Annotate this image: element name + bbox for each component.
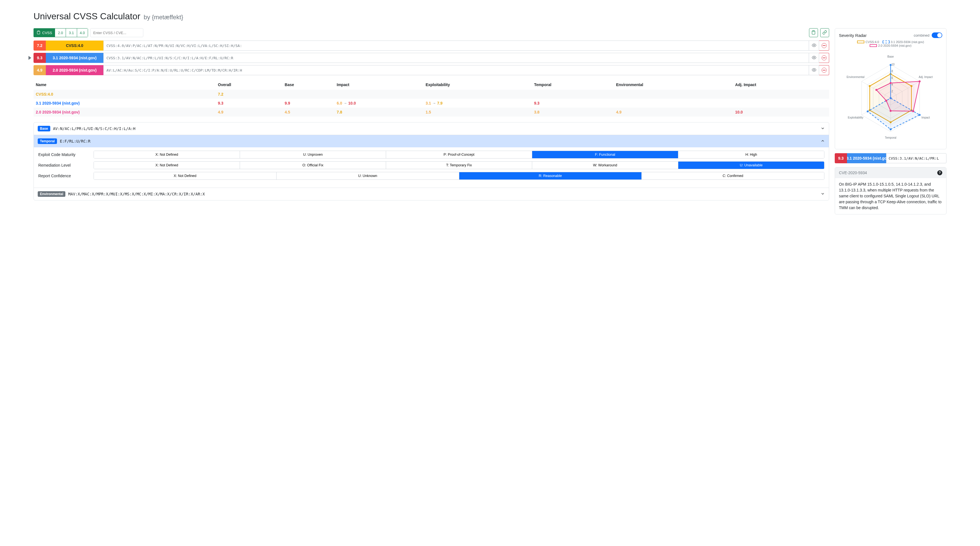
cvss-search-input[interactable] bbox=[90, 28, 143, 37]
metric-option[interactable]: R: Reasonable bbox=[459, 172, 642, 179]
vector-name[interactable]: 2.0 2020-5934 (nist.gov) bbox=[46, 65, 103, 75]
svg-point-4 bbox=[813, 57, 815, 58]
vector-score[interactable]: 7.2 bbox=[33, 40, 46, 51]
metric-options: X: Not DefinedU: UnknownR: ReasonableC: … bbox=[94, 172, 824, 180]
chevron-up-icon bbox=[821, 139, 825, 144]
metric-option[interactable]: P: Proof-of-Concept bbox=[386, 151, 532, 158]
legend-swatch bbox=[870, 44, 877, 47]
cvss-dropdown-button[interactable]: CVSS bbox=[33, 28, 55, 37]
legend-swatch bbox=[857, 40, 864, 43]
visibility-button[interactable] bbox=[809, 40, 819, 51]
metric-option[interactable]: W: Workaround bbox=[532, 161, 678, 169]
svg-point-34 bbox=[890, 128, 892, 130]
svg-point-35 bbox=[867, 110, 869, 112]
paste-button[interactable] bbox=[809, 28, 818, 37]
table-cell: 7.8 bbox=[334, 108, 423, 117]
remove-vector-button[interactable] bbox=[819, 40, 829, 51]
vector-name[interactable]: 3.1 2020-5934 (nist.gov) bbox=[46, 53, 103, 63]
selected-indicator-icon bbox=[29, 56, 31, 60]
svg-text:Temporal: Temporal bbox=[885, 136, 896, 139]
svg-point-2 bbox=[813, 45, 815, 46]
visibility-button[interactable] bbox=[809, 53, 819, 63]
vector-string-input[interactable] bbox=[103, 40, 809, 51]
page-title: Universal CVSS Calculator bbox=[33, 11, 140, 22]
metric-option[interactable]: U: Unknown bbox=[276, 172, 459, 179]
table-header: Temporal bbox=[532, 80, 614, 90]
metric-option[interactable]: C: Confirmed bbox=[641, 172, 824, 179]
svg-text:Adj. Impact: Adj. Impact bbox=[919, 75, 933, 78]
svg-point-42 bbox=[875, 89, 878, 91]
metric-option[interactable]: X: Not Defined bbox=[94, 172, 276, 179]
svg-text:10: 10 bbox=[891, 63, 895, 66]
cvss-version-group: CVSS 2.0 3.1 4.0 bbox=[33, 28, 88, 37]
metric-option[interactable]: U: Unproven bbox=[240, 151, 386, 158]
minus-icon bbox=[822, 43, 827, 48]
svg-rect-0 bbox=[38, 31, 40, 31]
badge-temporal: Temporal bbox=[38, 138, 57, 144]
vector-row: 4.92.0 2020-5934 (nist.gov) bbox=[33, 65, 829, 75]
section-header-temporal[interactable]: Temporal E:F/RL:U/RC:R bbox=[34, 135, 829, 147]
visibility-button[interactable] bbox=[809, 65, 819, 75]
section-header-base[interactable]: Base AV:N/AC:L/PR:L/UI:N/S:C/C:H/I:L/A:H bbox=[34, 123, 829, 135]
vector-string-input[interactable] bbox=[103, 53, 809, 63]
table-header: Overall bbox=[216, 80, 282, 90]
cvss-version-3_1[interactable]: 3.1 bbox=[66, 28, 77, 37]
metric-option[interactable]: F: Functional bbox=[532, 151, 678, 158]
radar-card: Severity Radar combined CVSS:4.03.1 2020… bbox=[835, 28, 947, 149]
table-cell-name: CVSS:4.0 bbox=[33, 90, 216, 99]
table-cell: 4.5 bbox=[282, 108, 334, 117]
metric-option[interactable]: X: Not Defined bbox=[94, 161, 240, 169]
legend-item: 3.1 2020-5934 (nist.gov) bbox=[883, 40, 924, 44]
metric-option[interactable]: O: Official Fix bbox=[240, 161, 386, 169]
vector-score[interactable]: 4.9 bbox=[33, 65, 46, 75]
cvss-version-4_0[interactable]: 4.0 bbox=[77, 28, 88, 37]
radar-combined-toggle[interactable] bbox=[932, 32, 942, 38]
svg-text:Base: Base bbox=[888, 55, 894, 58]
cvss-version-2_0[interactable]: 2.0 bbox=[55, 28, 66, 37]
vector-name[interactable]: CVSS:4.0 bbox=[46, 40, 103, 51]
table-cell: 9.3 bbox=[216, 99, 282, 108]
vector-row: 7.2CVSS:4.0 bbox=[33, 40, 829, 51]
metric-option[interactable]: T: Temporary Fix bbox=[386, 161, 532, 169]
table-cell bbox=[423, 90, 531, 99]
table-cell bbox=[614, 90, 733, 99]
metric-option[interactable]: X: Not Defined bbox=[94, 151, 240, 158]
legend-label: CVSS:4.0 bbox=[865, 40, 879, 44]
section-header-environmental[interactable]: Environmental MAV:X/MAC:X/MPR:X/MUI:X/MS… bbox=[34, 188, 829, 200]
svg-rect-1 bbox=[813, 30, 814, 31]
table-cell bbox=[334, 90, 423, 99]
permalink-button[interactable] bbox=[820, 28, 829, 37]
metric-row: Report ConfidenceX: Not DefinedU: Unknow… bbox=[38, 172, 824, 180]
clipboard-icon bbox=[37, 30, 40, 35]
selected-vector-input[interactable] bbox=[886, 153, 947, 163]
environmental-vector-text: MAV:X/MAC:X/MPR:X/MUI:X/MS:X/MC:X/MI:X/M… bbox=[68, 192, 205, 196]
table-cell bbox=[733, 90, 829, 99]
table-cell: 9.3 bbox=[532, 99, 614, 108]
metric-label: Exploit Code Maturity bbox=[38, 152, 91, 157]
svg-point-31 bbox=[890, 64, 892, 66]
metric-label: Remediation Level bbox=[38, 163, 91, 168]
remove-vector-button[interactable] bbox=[819, 53, 829, 63]
radar-toggle-label: combined bbox=[914, 33, 929, 37]
svg-point-39 bbox=[912, 110, 914, 112]
chevron-down-icon bbox=[821, 192, 825, 197]
table-header: Name bbox=[33, 80, 216, 90]
vector-string-input[interactable] bbox=[103, 65, 809, 75]
cve-description: On BIG-IP APM 15.1.0-15.1.0.5, 14.1.0-14… bbox=[835, 178, 946, 214]
legend-item: CVSS:4.0 bbox=[857, 40, 879, 44]
help-icon[interactable]: ? bbox=[937, 170, 942, 175]
svg-point-41 bbox=[885, 100, 887, 102]
table-cell: 9.9 bbox=[282, 99, 334, 108]
table-row: CVSS:4.07.2 bbox=[33, 90, 829, 99]
eye-icon bbox=[812, 55, 816, 61]
remove-vector-button[interactable] bbox=[819, 65, 829, 75]
metric-options: X: Not DefinedO: Official FixT: Temporar… bbox=[94, 161, 824, 169]
table-cell: 3.8 bbox=[532, 108, 614, 117]
svg-point-6 bbox=[813, 69, 815, 70]
radar-legend: CVSS:4.03.1 2020-5934 (nist.gov)2.0 2020… bbox=[839, 40, 942, 48]
metric-option[interactable]: H: High bbox=[678, 151, 824, 158]
metric-option[interactable]: U: Unavailable bbox=[678, 161, 824, 169]
top-toolbar: CVSS 2.0 3.1 4.0 bbox=[33, 28, 829, 37]
temporal-vector-text: E:F/RL:U/RC:R bbox=[60, 139, 91, 144]
vector-score[interactable]: 9.3 bbox=[33, 53, 46, 63]
